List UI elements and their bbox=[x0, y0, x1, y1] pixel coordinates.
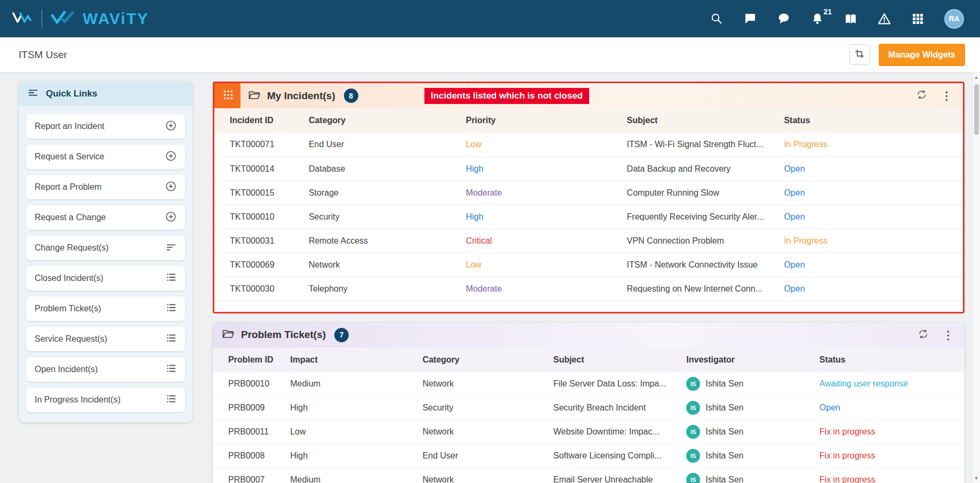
incident-priority: Moderate bbox=[466, 277, 627, 301]
problem-row[interactable]: PRB0007 Medium Network Email Server Unre… bbox=[213, 468, 965, 483]
incident-subject: VPN Connection Problem bbox=[627, 229, 784, 253]
column-header: Category bbox=[422, 348, 553, 372]
column-header: Incident ID bbox=[214, 108, 309, 133]
problem-status: Awaiting user response bbox=[820, 372, 965, 396]
incident-row[interactable]: TKT000069 Network Low ITSM - Network Con… bbox=[214, 253, 963, 277]
page-title: ITSM User bbox=[19, 49, 67, 61]
scrollbar-thumb[interactable] bbox=[974, 84, 979, 135]
refresh-icon[interactable] bbox=[916, 89, 927, 102]
sidebar-item-change-requests[interactable]: Change Request(s) bbox=[26, 236, 185, 260]
sidebar-item-in-progress-incidents[interactable]: In Progress Incident(s) bbox=[26, 388, 185, 412]
wavity-check-icon bbox=[51, 10, 74, 27]
apps-grid-icon[interactable] bbox=[911, 12, 925, 26]
problem-impact: Medium bbox=[290, 468, 422, 483]
vertical-scrollbar: ▲ ▼ bbox=[972, 73, 980, 483]
incident-category: End User bbox=[309, 133, 466, 157]
incident-id: TKT000071 bbox=[214, 133, 309, 157]
problems-table-header: Problem ID Impact Category Subject Inves… bbox=[213, 348, 965, 372]
search-icon[interactable] bbox=[709, 12, 724, 26]
sidebar-item-request-a-change[interactable]: Request a Change bbox=[26, 205, 185, 230]
problem-category: Network bbox=[422, 372, 553, 396]
scroll-down-arrow[interactable]: ▼ bbox=[973, 476, 980, 481]
problem-row[interactable]: PRB00011 Low Network Website Downtime: I… bbox=[213, 420, 965, 444]
my-incidents-header: My Incident(s) 8 Incidents listed which … bbox=[214, 83, 963, 108]
incident-row[interactable]: TKT000071 End User Low ITSM - Wi-Fi Sign… bbox=[214, 133, 963, 157]
sidebar-item-request-a-service[interactable]: Request a Service bbox=[26, 144, 185, 169]
alert-triangle-icon[interactable] bbox=[877, 12, 891, 26]
investigator-name: Ishita Sen bbox=[705, 475, 743, 483]
incident-category: Telephony bbox=[309, 277, 466, 301]
sidebar-item-report-an-incident[interactable]: Report an Incident bbox=[26, 114, 185, 139]
quick-links-title: Quick Links bbox=[46, 88, 97, 99]
notification-count-badge: 21 bbox=[823, 7, 832, 16]
incident-status: Open bbox=[784, 181, 963, 205]
problem-row[interactable]: PRB0009 High Security Security Breach In… bbox=[213, 396, 965, 420]
investigator-cell: ISIshita Sen bbox=[686, 425, 814, 439]
brand-logo[interactable]: WAViTY bbox=[12, 10, 149, 28]
incident-category: Network bbox=[309, 253, 466, 277]
incident-category: Remote Access bbox=[309, 229, 466, 253]
list-icon bbox=[165, 393, 177, 407]
incident-subject: Data Backup and Recovery bbox=[627, 157, 784, 181]
incident-status: Open bbox=[784, 253, 963, 277]
widgets-area: My Incident(s) 8 Incidents listed which … bbox=[213, 82, 965, 483]
investigator-cell: ISIshita Sen bbox=[686, 401, 814, 415]
column-header: Status bbox=[820, 348, 965, 372]
problem-status: Fix in progress bbox=[820, 444, 965, 468]
wavity-mark-icon bbox=[12, 11, 33, 27]
layout-crop-button[interactable] bbox=[849, 44, 870, 65]
incident-row[interactable]: TKT000014 Database High Data Backup and … bbox=[214, 157, 963, 181]
drag-handle[interactable] bbox=[214, 83, 240, 108]
incident-subject: ITSM - Network Connectivity Issue bbox=[627, 253, 784, 277]
incident-status: Open bbox=[784, 277, 963, 301]
sidebar-item-service-requests[interactable]: Service Request(s) bbox=[26, 327, 185, 351]
problem-row[interactable]: PRB0008 High End User Software Licensing… bbox=[213, 444, 965, 468]
incident-subject: Computer Running Slow bbox=[627, 181, 784, 205]
column-header: Subject bbox=[553, 348, 687, 372]
incident-row[interactable]: TKT000030 Telephony Moderate Requesting … bbox=[214, 277, 963, 301]
widget-title: My Incident(s) bbox=[267, 90, 335, 102]
problem-id: PRB0007 bbox=[213, 468, 290, 483]
user-avatar[interactable]: RA bbox=[944, 9, 964, 29]
list-icon bbox=[165, 332, 177, 346]
incident-priority: Low bbox=[466, 133, 627, 157]
refresh-icon[interactable] bbox=[918, 328, 929, 342]
crop-icon bbox=[854, 49, 865, 61]
topbar-actions: 21 RA bbox=[709, 9, 964, 29]
incident-id: TKT000031 bbox=[214, 229, 309, 253]
kebab-menu-icon[interactable]: ⋮ bbox=[941, 90, 952, 101]
incident-category: Security bbox=[309, 205, 466, 229]
knowledge-book-icon[interactable] bbox=[844, 12, 858, 26]
quick-links-header: Quick Links bbox=[19, 82, 192, 106]
investigator-cell: ISIshita Sen bbox=[686, 449, 814, 463]
quick-links-list: Report an Incident Request a Service Rep… bbox=[19, 106, 192, 422]
sidebar-item-problem-tickets[interactable]: Problem Ticket(s) bbox=[26, 296, 185, 321]
feedback-chat-icon[interactable] bbox=[743, 12, 757, 26]
problem-id: PRB0009 bbox=[213, 396, 290, 420]
messages-chat-icon[interactable] bbox=[776, 12, 791, 26]
notifications-bell-icon[interactable]: 21 bbox=[810, 12, 824, 26]
investigator-name: Ishita Sen bbox=[705, 403, 743, 413]
incident-id: TKT000069 bbox=[214, 253, 309, 277]
investigator-cell: ISIshita Sen bbox=[686, 377, 814, 391]
sidebar-item-report-a-problem[interactable]: Report a Problem bbox=[26, 175, 185, 199]
scroll-up-arrow[interactable]: ▲ bbox=[973, 75, 980, 80]
problem-tickets-widget: Problem Ticket(s) 7 ⋮ bbox=[213, 323, 965, 483]
sidebar-item-closed-incidents[interactable]: Closed Incident(s) bbox=[26, 266, 185, 291]
problem-row[interactable]: PRB00010 Medium Network File Server Data… bbox=[213, 372, 965, 396]
problem-impact: Low bbox=[290, 420, 422, 444]
list-icon bbox=[165, 271, 177, 285]
kebab-menu-icon[interactable]: ⋮ bbox=[943, 329, 954, 341]
incident-row[interactable]: TKT000010 Security High Frequently Recei… bbox=[214, 205, 963, 229]
sidebar-item-open-incidents[interactable]: Open Incident(s) bbox=[26, 357, 185, 382]
manage-widgets-button[interactable]: Manage Widgets bbox=[879, 44, 965, 66]
collapse-menu-icon[interactable] bbox=[27, 87, 39, 101]
investigator-name: Ishita Sen bbox=[705, 427, 743, 437]
problem-tickets-header: Problem Ticket(s) 7 ⋮ bbox=[213, 323, 965, 348]
incident-row[interactable]: TKT000015 Storage Moderate Computer Runn… bbox=[214, 181, 963, 205]
my-incidents-widget: My Incident(s) 8 Incidents listed which … bbox=[213, 82, 965, 313]
incident-row[interactable]: TKT000031 Remote Access Critical VPN Con… bbox=[214, 229, 963, 253]
incidents-table-header: Incident ID Category Priority Subject St… bbox=[214, 108, 963, 133]
problem-category: Security bbox=[422, 396, 553, 420]
column-header: Investigator bbox=[686, 348, 820, 372]
